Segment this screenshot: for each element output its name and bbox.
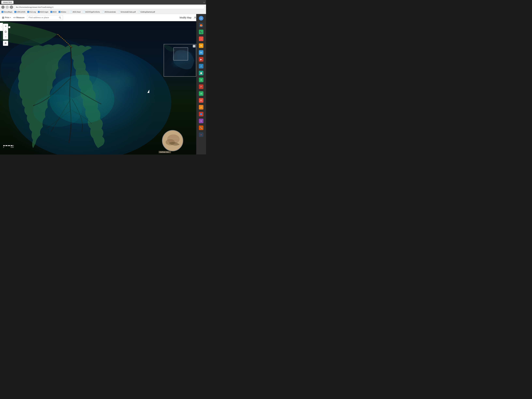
sidebar-icon-19[interactable]: 🔧: [197, 125, 205, 131]
svg-point-20: [5, 43, 6, 44]
app-toolbar: Print ▾ Measure Modify Map: [0, 14, 206, 21]
address-bar-row: ‹ › ↻: [0, 5, 206, 10]
minimap-svg: [164, 44, 196, 76]
expand-panel-button[interactable]: ›: [0, 23, 3, 31]
bookmark-ago-asst[interactable]: 📄 AGO.Asst: [69, 11, 81, 13]
attribution-badge: Earthstar Geo...: [158, 151, 171, 153]
tab-bar: viewer.html »: [0, 0, 206, 5]
svg-line-10: [60, 18, 61, 19]
search-input[interactable]: [29, 16, 58, 19]
sidebar-icon-17[interactable]: 🔷: [197, 111, 205, 117]
sidebar-icon-15[interactable]: R: [197, 97, 205, 104]
sidebar-icon-3[interactable]: S: [197, 15, 205, 21]
sidebar-icon-9[interactable]: ▶: [197, 56, 205, 63]
forward-button[interactable]: ›: [6, 6, 9, 9]
browser-chrome: viewer.html » ‹ › ↻ StoryMaps USK12GIS K…: [0, 0, 206, 14]
bookmark-ago-usestrats[interactable]: 📄 AGOusestrats: [101, 11, 116, 13]
sidebar-icon-10[interactable]: Z: [197, 63, 205, 70]
search-icon: [59, 16, 61, 19]
home-button[interactable]: [3, 29, 8, 34]
svg-point-11: [195, 17, 196, 18]
toolbar-left: Print ▾ Measure: [2, 15, 63, 20]
bookmark-ago-login[interactable]: AGO.login: [37, 11, 49, 13]
minimap[interactable]: ⛶: [164, 44, 196, 77]
bookmark-ago-orgs[interactable]: 📄 AGOOrgsForSchs: [82, 11, 100, 13]
minimap-expand-button[interactable]: ⛶: [193, 45, 196, 47]
right-sidebar: ▦ S S 🦊 📞 ♪ ⚙ W ▶ Z 📋 X P 🗃 R ⚡ 🔷: [196, 0, 206, 154]
minimap-content: [164, 44, 196, 76]
svg-rect-2: [3, 18, 4, 18]
sidebar-icon-4[interactable]: 🦊: [197, 22, 205, 28]
sidebar-icon-13[interactable]: P: [197, 83, 205, 90]
zoom-out-button[interactable]: −: [3, 34, 8, 39]
refresh-button[interactable]: ↻: [10, 6, 13, 9]
print-label: Print: [5, 16, 9, 19]
svg-rect-18: [6, 32, 6, 33]
scale-start-label: 0: [3, 146, 4, 148]
address-input[interactable]: [14, 5, 205, 9]
home-icon: [5, 31, 7, 33]
tab-more-button[interactable]: »: [203, 1, 205, 4]
locate-button[interactable]: [3, 41, 8, 46]
sidebar-icon-18[interactable]: V: [197, 118, 205, 124]
svg-point-9: [59, 17, 60, 18]
bookmark-schools-clubs[interactable]: 📄 Schools&Clubs.pdf: [117, 11, 136, 13]
sidebar-icon-11[interactable]: 📋: [197, 70, 205, 76]
user-icon: [194, 16, 196, 19]
zoom-in-button[interactable]: +: [3, 24, 8, 29]
active-tab[interactable]: viewer.html: [1, 1, 13, 4]
scale-bar: 0 10mi: [3, 145, 14, 148]
sidebar-icon-16[interactable]: ⚡: [197, 104, 205, 110]
sidebar-icon-6[interactable]: ♪: [197, 36, 205, 42]
sidebar-icon-8[interactable]: W: [197, 49, 205, 56]
thumbnail-svg: [163, 131, 183, 151]
modify-map-button[interactable]: Modify Map: [180, 16, 191, 19]
measure-label: Measure: [16, 16, 25, 19]
thumbnail-circle: [162, 130, 183, 151]
sidebar-icon-12[interactable]: X: [197, 77, 205, 83]
bookmark-agdoc[interactable]: AGdoc: [58, 11, 67, 13]
print-dropdown-arrow: ▾: [10, 17, 11, 19]
measure-button[interactable]: Measure: [13, 16, 25, 19]
panel-expand-arrow[interactable]: ›: [8, 26, 10, 28]
bookmark-ago[interactable]: AGO: [50, 11, 57, 13]
print-button[interactable]: Print ▾: [2, 16, 11, 19]
scale-end-label: 10mi: [10, 146, 14, 148]
svg-point-15: [33, 94, 82, 127]
map-controls: + − ›: [3, 24, 8, 46]
bookmark-k12org[interactable]: K12.org: [27, 11, 36, 13]
scale-line: [3, 145, 14, 146]
bookmark-storymaps[interactable]: StoryMaps: [1, 11, 13, 13]
locate-icon: [4, 42, 7, 44]
bookmark-getting-started[interactable]: 📄 GettingStarted.pdf: [137, 11, 156, 13]
back-button[interactable]: ‹: [1, 6, 5, 9]
minimap-viewport: [174, 48, 188, 60]
sidebar-icon-7[interactable]: ⚙: [197, 42, 205, 49]
sidebar-icon-5[interactable]: 📞: [197, 29, 205, 35]
bookmark-bar: StoryMaps USK12GIS K12.org AGO.login AGO…: [0, 10, 206, 14]
sidebar-icon-14[interactable]: 🗃: [197, 90, 205, 97]
sidebar-icon-20[interactable]: A: [197, 131, 205, 138]
bookmark-usk12gis[interactable]: USK12GIS: [14, 11, 26, 13]
svg-rect-3: [13, 17, 15, 18]
search-box[interactable]: [27, 15, 63, 20]
map-container[interactable]: + − ›: [0, 21, 196, 154]
